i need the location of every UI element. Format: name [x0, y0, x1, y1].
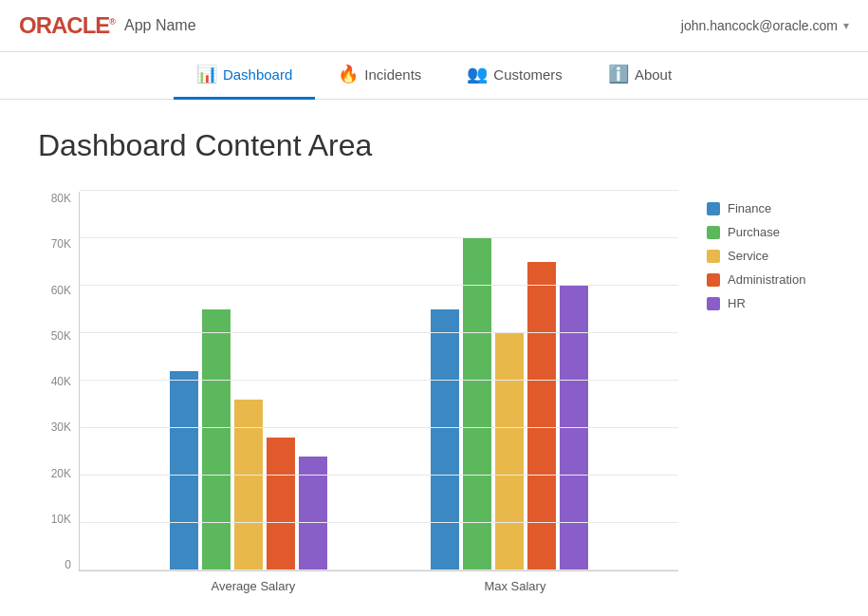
- bar-finance: [170, 371, 198, 570]
- nav-item-dashboard[interactable]: 📊 Dashboard: [174, 52, 315, 100]
- grid-line: [80, 237, 678, 238]
- nav-label-customers: Customers: [493, 66, 563, 83]
- x-axis-labels: Average Salary Max Salary: [79, 571, 678, 593]
- nav-label-about: About: [635, 66, 672, 83]
- bar-administration: [527, 262, 556, 570]
- chart-container: 80K 70K 60K 50K 40K 30K 20K 10K 0: [38, 192, 830, 600]
- legend-label-finance: Finance: [728, 201, 771, 215]
- user-area[interactable]: john.hancock@oracle.com ▾: [681, 18, 849, 33]
- logo-area: ORACLE® App Name: [19, 12, 681, 39]
- nav-label-incidents: Incidents: [364, 66, 421, 83]
- bar-purchase: [463, 238, 491, 570]
- legend-color-hr: [707, 297, 720, 310]
- legend-item-hr: HR: [707, 296, 830, 310]
- bar-finance: [431, 309, 459, 570]
- chart-with-yaxis: 80K 70K 60K 50K 40K 30K 20K 10K 0: [38, 192, 678, 600]
- grid-line: [80, 380, 678, 381]
- grid-line: [80, 427, 678, 428]
- grid-line: [80, 285, 678, 286]
- app-name: App Name: [124, 17, 196, 34]
- legend-item-administration: Administration: [707, 272, 830, 287]
- y-label-20k: 20K: [51, 467, 71, 480]
- grid-line: [80, 569, 678, 570]
- info-icon: ℹ️: [608, 64, 629, 84]
- legend-label-hr: HR: [728, 296, 746, 310]
- people-icon: 👥: [467, 64, 488, 84]
- header: ORACLE® App Name john.hancock@oracle.com…: [0, 0, 868, 52]
- bar-hr: [560, 286, 588, 570]
- legend-label-administration: Administration: [728, 272, 805, 287]
- bar-group-average-salary: [170, 309, 327, 570]
- y-label-10k: 10K: [51, 513, 71, 526]
- legend-label-service: Service: [728, 249, 768, 263]
- bars-area: [79, 192, 678, 571]
- x-label-max-salary: Max Salary: [484, 579, 545, 593]
- user-dropdown-arrow[interactable]: ▾: [843, 19, 849, 32]
- bar-administration: [267, 438, 295, 570]
- y-label-0: 0: [65, 558, 71, 571]
- legend-item-finance: Finance: [707, 201, 830, 215]
- nav-label-dashboard: Dashboard: [223, 66, 292, 83]
- page-title: Dashboard Content Area: [38, 128, 830, 163]
- bar-service: [234, 400, 263, 570]
- y-label-60k: 60K: [51, 284, 71, 297]
- bar-chart-icon: 📊: [196, 64, 217, 84]
- navigation: 📊 Dashboard 🔥 Incidents 👥 Customers ℹ️ A…: [0, 52, 868, 100]
- legend-color-administration: [707, 273, 720, 287]
- bar-groups: [80, 192, 678, 570]
- user-email: john.hancock@oracle.com: [681, 18, 838, 33]
- legend-color-service: [707, 250, 720, 263]
- grid-line: [80, 190, 678, 191]
- bar-purchase: [202, 309, 231, 570]
- legend-label-purchase: Purchase: [728, 225, 780, 239]
- oracle-logo: ORACLE®: [19, 12, 115, 39]
- chart-area: 80K 70K 60K 50K 40K 30K 20K 10K 0: [38, 192, 678, 600]
- grid-line: [80, 332, 678, 333]
- nav-item-about[interactable]: ℹ️ About: [585, 52, 694, 100]
- y-axis-labels: 80K 70K 60K 50K 40K 30K 20K 10K 0: [38, 192, 71, 600]
- legend-item-purchase: Purchase: [707, 225, 830, 239]
- main-content: Dashboard Content Area 80K 70K 60K 50K 4…: [0, 100, 868, 616]
- y-label-80k: 80K: [51, 192, 71, 205]
- legend-color-finance: [707, 202, 720, 215]
- bar-group-max-salary: [431, 238, 588, 570]
- legend-color-purchase: [707, 226, 720, 239]
- y-label-30k: 30K: [51, 420, 71, 434]
- grid-line: [80, 522, 678, 523]
- nav-item-customers[interactable]: 👥 Customers: [444, 52, 585, 100]
- chart-and-xaxis: Average Salary Max Salary: [79, 192, 678, 600]
- y-label-70k: 70K: [51, 237, 71, 251]
- grid-line: [80, 475, 678, 476]
- nav-item-incidents[interactable]: 🔥 Incidents: [315, 52, 444, 100]
- x-label-avg-salary: Average Salary: [212, 579, 296, 593]
- y-label-50k: 50K: [51, 329, 71, 343]
- bar-service: [495, 333, 524, 570]
- bar-hr: [299, 457, 327, 570]
- chart-legend: Finance Purchase Service Administration …: [707, 192, 830, 600]
- y-label-40k: 40K: [51, 375, 71, 388]
- legend-item-service: Service: [707, 249, 830, 263]
- fire-icon: 🔥: [338, 64, 359, 84]
